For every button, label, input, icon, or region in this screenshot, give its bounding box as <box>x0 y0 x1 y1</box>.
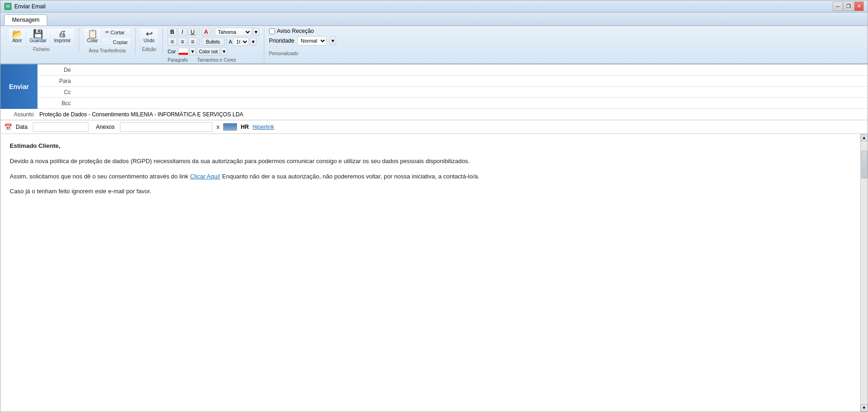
personalizado-label: Personalizado <box>269 51 298 56</box>
aviso-checkbox[interactable] <box>269 28 275 34</box>
close-button[interactable]: ✕ <box>854 1 864 11</box>
title-bar: ✉ Enviar Email ─ ❐ ✕ <box>0 0 868 13</box>
colar-button[interactable]: 📋 Colar <box>84 28 101 45</box>
format-controls: B I U A Tahoma ▾ ≡ ≡ ≡ Bul <box>168 28 259 57</box>
format-group-labels: Paragrafo Tamanhos e Cores <box>168 57 236 63</box>
mail-content: Enviar De Para Cc Bcc <box>0 64 868 412</box>
copiar-button[interactable]: 📄 Copiar <box>102 38 131 46</box>
cc-input[interactable] <box>75 88 868 96</box>
paragrafo-label: Paragrafo <box>168 57 188 63</box>
bullets-button[interactable]: Bullets <box>201 38 225 46</box>
color-not-button[interactable]: Color not <box>197 47 220 56</box>
restore-button[interactable]: ❐ <box>843 1 853 11</box>
color-not-dropdown[interactable]: ▾ <box>221 47 227 56</box>
para-input[interactable] <box>75 77 868 85</box>
font-name-select[interactable]: Tahoma <box>215 28 252 36</box>
attach-clear-button[interactable]: x <box>216 124 219 130</box>
copy-icon: 📄 <box>105 39 112 45</box>
italic-button[interactable]: I <box>178 28 187 36</box>
save-icon: 💾 <box>33 30 43 38</box>
assunto-input[interactable] <box>37 110 868 119</box>
priority-dropdown[interactable]: ▾ <box>330 37 336 45</box>
priority-select[interactable]: Normal Alta Baixa <box>297 36 327 45</box>
window-title: Enviar Email <box>14 3 833 10</box>
ribbon: 📂 Abrir 💾 Guardar 🖨 Imprimir Ficheiro 📋 <box>0 26 868 64</box>
assunto-row: Assunto <box>0 109 868 120</box>
email-window: ✉ Enviar Email ─ ❐ ✕ Mensagem 📂 Abrir 💾 … <box>0 0 868 412</box>
separator2 <box>212 28 213 36</box>
edicao-tools: ↩ Undo <box>140 28 158 45</box>
bcc-label: Bcc <box>37 100 75 107</box>
anexos-input[interactable] <box>120 122 212 132</box>
body-wrapper: Estimado Cliente, Devido à nova política… <box>0 134 868 412</box>
hr-icon <box>223 123 237 131</box>
bcc-input[interactable] <box>75 99 868 108</box>
ribbon-group-area: 📋 Colar ✂ Cortar 📄 Copiar Área Tranferên… <box>79 28 136 54</box>
underline-button[interactable]: U <box>188 28 197 36</box>
area-tools: 📋 Colar ✂ Cortar 📄 Copiar <box>84 28 131 46</box>
tamanhos-label: Tamanhos e Cores <box>197 57 236 63</box>
ribbon-group-ficheiro: 📂 Abrir 💾 Guardar 🖨 Imprimir Ficheiro <box>4 28 79 53</box>
open-icon: 📂 <box>12 30 22 38</box>
send-section: Enviar De Para Cc Bcc <box>0 64 868 109</box>
attach-row: 📅 Data Anexos x HR Hiperlink <box>0 120 868 133</box>
bold-button[interactable]: B <box>168 28 177 36</box>
undo-icon: ↩ <box>146 30 153 38</box>
anexos-label: Anexos <box>96 124 114 130</box>
mail-body[interactable]: Estimado Cliente, Devido à nova política… <box>0 134 860 412</box>
de-input[interactable] <box>75 66 868 74</box>
undo-button[interactable]: ↩ Undo <box>140 28 158 45</box>
color-swatch-container <box>178 48 188 55</box>
color-swatch-bar <box>179 53 188 55</box>
vertical-scrollbar[interactable]: ▲ ▼ <box>860 134 868 412</box>
minimize-button[interactable]: ─ <box>833 1 843 11</box>
cor-label: Cor <box>168 49 176 54</box>
abrir-button[interactable]: 📂 Abrir <box>9 28 25 45</box>
priority-label: Prioridade <box>269 38 294 44</box>
hiperlink-label[interactable]: Hiperlink <box>252 124 274 130</box>
cc-row: Cc <box>37 87 868 98</box>
cut-icon: ✂ <box>105 29 109 35</box>
imprimir-button[interactable]: 🖨 Imprimir <box>51 28 74 45</box>
ribbon-group-personalizado: Aviso Receção Prioridade Normal Alta Bai… <box>264 28 341 57</box>
format-row1: B I U A Tahoma ▾ <box>168 28 259 36</box>
font-color-button[interactable]: A <box>201 28 211 36</box>
align-center-button[interactable]: ≡ <box>178 38 187 46</box>
cc-label: Cc <box>37 89 75 95</box>
data-label: Data <box>16 124 27 130</box>
cut-copy-group: ✂ Cortar 📄 Copiar <box>102 28 131 46</box>
bcc-row: Bcc <box>37 98 868 109</box>
separator1 <box>199 28 200 36</box>
scroll-thumb[interactable] <box>861 151 868 178</box>
calendar-icon: 📅 <box>4 123 12 131</box>
clicar-aqui-link[interactable]: Clicar Aqui! <box>190 173 220 180</box>
body-para1: Devido à nova política de proteção de da… <box>10 157 851 166</box>
area-group-label: Área Tranferência <box>89 48 126 53</box>
hr-label: HR <box>241 124 249 130</box>
font-size-label: A <box>229 39 232 44</box>
para-row: Para <box>37 76 868 87</box>
aviso-checkbox-label[interactable]: Aviso Receção <box>269 28 336 34</box>
font-size-dropdown[interactable]: ▾ <box>250 38 256 46</box>
send-button[interactable]: Enviar <box>0 64 37 109</box>
greeting-text: Estimado Cliente, <box>10 142 60 149</box>
cortar-button[interactable]: ✂ Cortar <box>102 28 131 37</box>
scroll-up-arrow[interactable]: ▲ <box>861 134 868 141</box>
window-controls: ─ ❐ ✕ <box>833 1 864 11</box>
font-size-select[interactable]: 10 <box>233 38 249 46</box>
font-name-dropdown[interactable]: ▾ <box>253 28 259 36</box>
de-row: De <box>37 64 868 76</box>
scroll-down-arrow[interactable]: ▼ <box>861 404 868 412</box>
tab-mensagem[interactable]: Mensagem <box>4 14 47 25</box>
para-label: Para <box>37 78 75 84</box>
edicao-group-label: Edição <box>142 47 156 52</box>
guardar-button[interactable]: 💾 Guardar <box>26 28 50 45</box>
data-input[interactable] <box>33 122 88 132</box>
separator3 <box>199 38 200 46</box>
color-dropdown-button[interactable]: ▾ <box>189 47 196 56</box>
priority-section: Prioridade Normal Alta Baixa ▾ <box>269 36 336 45</box>
align-left-button[interactable]: ≡ <box>168 38 177 46</box>
align-right-button[interactable]: ≡ <box>188 38 197 46</box>
print-icon: 🖨 <box>58 30 67 38</box>
de-label: De <box>37 67 75 73</box>
